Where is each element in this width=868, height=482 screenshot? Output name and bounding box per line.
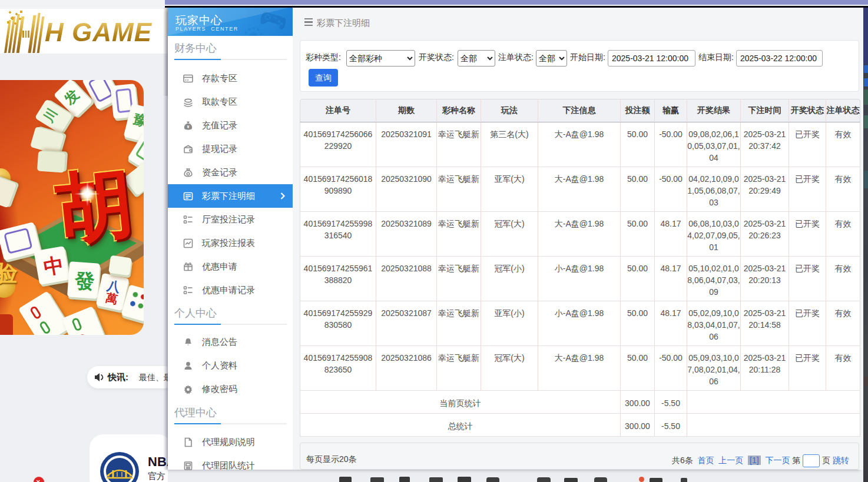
svg-text:¥: ¥ <box>187 125 190 129</box>
